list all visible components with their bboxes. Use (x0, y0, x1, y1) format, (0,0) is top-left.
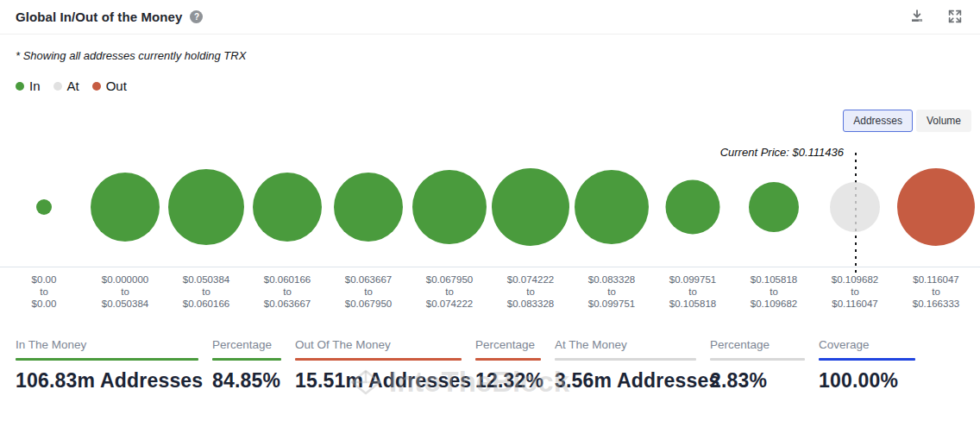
bubble-in-the-money[interactable] (492, 168, 569, 246)
range-separator: to (814, 286, 895, 298)
summary-stats: In The Money106.83m AddressesPercentage8… (0, 338, 980, 393)
legend-item-at[interactable]: At (53, 79, 79, 93)
stat-value: 3.56m Addresses (555, 369, 696, 393)
bubble-in-the-money[interactable] (36, 199, 52, 215)
range-to: $0.050384 (85, 298, 166, 310)
legend-dot-icon (92, 82, 101, 91)
bubble-in-the-money[interactable] (334, 173, 403, 242)
range-to: $0.00 (3, 298, 85, 310)
axis-tick-label: $0.099751to$0.105818 (652, 272, 733, 310)
chart-column (490, 146, 571, 267)
bubble-in-the-money[interactable] (575, 170, 649, 244)
current-price-label: Current Price: $0.111436 (720, 146, 844, 159)
range-separator: to (652, 286, 733, 298)
chart-column (85, 146, 166, 267)
chart-column (328, 146, 409, 267)
range-to: $0.099751 (571, 298, 652, 310)
range-from: $0.105818 (733, 273, 814, 286)
bubble-in-the-money[interactable] (253, 173, 322, 242)
stat-accent-rule (16, 358, 198, 361)
card-header: Global In/Out of the Money ? (0, 0, 980, 35)
bubble-in-the-money[interactable] (91, 173, 160, 242)
stat-value: 15.51m Addresses (295, 369, 462, 393)
axis-tick-label: $0.109682to$0.116047 (814, 272, 895, 310)
chart-column (733, 146, 814, 267)
download-icon[interactable] (909, 9, 925, 24)
axis-tick-label: $0.000000to$0.050384 (85, 272, 166, 310)
chart-column (895, 146, 977, 267)
range-to: $0.105818 (652, 298, 733, 310)
axis-tick-label: $0.00to$0.00 (3, 272, 85, 310)
stat-at-the-money: At The Money3.56m Addresses (555, 338, 696, 393)
bubble-out-the-money[interactable] (897, 168, 975, 246)
expand-icon[interactable] (947, 9, 963, 24)
legend-item-in[interactable]: In (16, 79, 41, 93)
stat-accent-rule (475, 358, 541, 361)
axis-tick-label: $0.050384to$0.060166 (166, 272, 247, 310)
addresses-button[interactable]: Addresses (843, 110, 913, 132)
range-separator: to (490, 286, 571, 298)
range-separator: to (409, 286, 490, 298)
range-to: $0.060166 (166, 298, 247, 310)
legend-label: Out (106, 79, 127, 93)
range-separator: to (895, 286, 977, 298)
range-to: $0.074222 (409, 298, 490, 310)
stat-value: 12.32% (475, 369, 541, 393)
stat-out-of-the-money: Out Of The Money15.51m Addresses (295, 338, 462, 393)
stat-label: Out Of The Money (295, 338, 462, 351)
range-from: $0.060166 (247, 273, 328, 286)
axis-tick-label: $0.074222to$0.083328 (490, 272, 571, 310)
stat-accent-rule (710, 358, 805, 361)
range-from: $0.099751 (652, 273, 733, 286)
bubble-chart: IntoTheBlock Current Price: $0.111436 (0, 146, 980, 267)
chart-column (652, 146, 733, 267)
range-to: $0.116047 (814, 298, 895, 310)
stat-percentage: Percentage84.85% (212, 338, 281, 393)
stat-percentage: Percentage12.32% (475, 338, 541, 393)
bubble-in-the-money[interactable] (666, 180, 720, 235)
stat-in-the-money: In The Money106.83m Addresses (16, 338, 198, 393)
range-from: $0.063667 (328, 273, 409, 286)
range-from: $0.083328 (571, 273, 652, 286)
stat-value: 100.00% (819, 369, 915, 393)
range-separator: to (3, 286, 85, 298)
range-from: $0.00 (3, 273, 85, 286)
range-to: $0.109682 (733, 298, 814, 310)
legend-dot-icon (53, 82, 62, 91)
range-separator: to (166, 286, 247, 298)
axis-tick-label: $0.060166to$0.063667 (247, 272, 328, 310)
range-from: $0.109682 (814, 273, 895, 286)
range-to: $0.067950 (328, 298, 409, 310)
range-from: $0.067950 (409, 273, 490, 286)
stat-label: In The Money (16, 338, 198, 351)
range-to: $0.063667 (247, 298, 328, 310)
help-icon[interactable]: ? (190, 10, 203, 23)
legend-item-out[interactable]: Out (92, 79, 127, 93)
view-toggle: Addresses Volume (0, 110, 980, 132)
chart-column (247, 146, 328, 267)
stat-accent-rule (295, 358, 462, 361)
page-title: Global In/Out of the Money (16, 9, 182, 24)
stat-accent-rule (212, 358, 281, 361)
range-separator: to (247, 286, 328, 298)
legend-dot-icon (16, 82, 24, 91)
stat-label: At The Money (555, 338, 696, 351)
legend-label: At (67, 79, 79, 93)
chart-column (571, 146, 652, 267)
range-separator: to (571, 286, 652, 298)
bubble-in-the-money[interactable] (168, 169, 244, 245)
stat-value: 2.83% (710, 369, 805, 393)
range-from: $0.050384 (166, 273, 247, 286)
stat-coverage: Coverage100.00% (819, 338, 915, 393)
range-to: $0.083328 (490, 298, 571, 310)
bubble-in-the-money[interactable] (412, 170, 487, 244)
axis-tick-label: $0.105818to$0.109682 (733, 272, 814, 310)
range-from: $0.116047 (895, 273, 977, 286)
stat-accent-rule (555, 358, 696, 361)
bubble-at-the-money[interactable] (830, 182, 880, 232)
volume-button[interactable]: Volume (916, 110, 971, 132)
chart-note: * Showing all addresses currently holdin… (16, 49, 964, 62)
bubble-in-the-money[interactable] (749, 182, 799, 232)
axis-tick-label: $0.083328to$0.099751 (571, 272, 652, 310)
stat-label: Percentage (475, 338, 541, 351)
